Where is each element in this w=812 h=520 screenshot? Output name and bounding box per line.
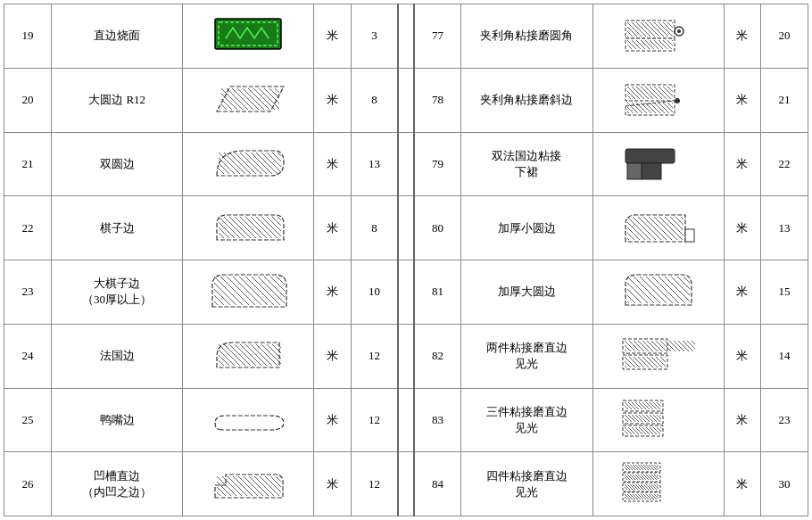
row-price-right-3: 13 bbox=[760, 196, 808, 260]
svg-line-85 bbox=[681, 40, 690, 49]
row-num-left-3: 22 bbox=[4, 196, 52, 260]
divider-5 bbox=[398, 324, 414, 388]
svg-line-679 bbox=[671, 402, 678, 409]
svg-line-526 bbox=[208, 344, 213, 366]
row-price-right-0: 20 bbox=[760, 4, 808, 69]
row-icon-left-1 bbox=[183, 68, 314, 132]
row-num-left-7: 26 bbox=[4, 452, 52, 516]
svg-line-773 bbox=[671, 427, 678, 434]
row-unit-left-4: 米 bbox=[314, 260, 351, 325]
row-icon-right-3 bbox=[592, 196, 724, 260]
svg-point-97 bbox=[677, 29, 681, 33]
svg-line-590 bbox=[678, 341, 689, 351]
svg-line-635 bbox=[687, 357, 698, 367]
svg-line-731 bbox=[689, 415, 696, 422]
row-price-left-4: 10 bbox=[351, 260, 398, 325]
row-icon-left-3 bbox=[183, 196, 314, 260]
row-unit-right-3: 米 bbox=[724, 196, 760, 260]
divider-0 bbox=[398, 4, 414, 69]
svg-line-233 bbox=[685, 103, 696, 113]
svg-line-999 bbox=[689, 484, 694, 490]
row-num-right-4: 81 bbox=[414, 260, 461, 325]
svg-line-1047 bbox=[670, 494, 675, 499]
svg-line-234 bbox=[690, 103, 699, 113]
row-icon-left-0 bbox=[183, 4, 314, 69]
svg-line-88 bbox=[694, 40, 699, 49]
row-icon-right-4 bbox=[592, 260, 724, 325]
row-price-left-0: 3 bbox=[351, 4, 398, 69]
svg-line-946 bbox=[694, 475, 699, 480]
row-name-right-4: 加厚大圆边 bbox=[461, 260, 592, 325]
svg-line-883 bbox=[673, 465, 678, 470]
svg-line-1000 bbox=[692, 484, 697, 490]
svg-line-575 bbox=[618, 341, 622, 351]
svg-line-885 bbox=[678, 465, 684, 470]
row-unit-right-5: 米 bbox=[724, 324, 760, 388]
svg-line-727 bbox=[675, 415, 682, 422]
svg-line-881 bbox=[667, 465, 673, 470]
svg-line-882 bbox=[670, 465, 675, 470]
svg-line-685 bbox=[692, 402, 699, 409]
svg-line-188 bbox=[690, 87, 699, 99]
row-icon-right-7 bbox=[592, 452, 724, 516]
row-name-left-2: 双圆边 bbox=[52, 132, 183, 196]
svg-line-992 bbox=[670, 484, 675, 490]
row-name-right-1: 夹利角粘接磨斜边 bbox=[461, 68, 592, 132]
svg-rect-947 bbox=[623, 483, 660, 491]
row-num-left-4: 23 bbox=[4, 260, 52, 325]
svg-line-216 bbox=[618, 103, 620, 113]
svg-line-1050 bbox=[678, 494, 684, 499]
svg-line-235 bbox=[694, 103, 699, 113]
svg-line-994 bbox=[675, 484, 681, 490]
row-icon-left-2 bbox=[183, 132, 314, 196]
svg-line-1044 bbox=[662, 494, 667, 499]
svg-line-1048 bbox=[673, 494, 678, 499]
svg-line-990 bbox=[665, 484, 670, 490]
svg-line-1051 bbox=[681, 494, 686, 499]
svg-line-778 bbox=[689, 427, 696, 434]
svg-line-84 bbox=[676, 40, 685, 49]
svg-line-940 bbox=[678, 475, 684, 480]
svg-line-993 bbox=[673, 484, 678, 490]
svg-line-41 bbox=[690, 22, 699, 37]
svg-line-888 bbox=[686, 465, 692, 470]
svg-line-86 bbox=[685, 40, 694, 49]
svg-line-728 bbox=[678, 415, 685, 422]
svg-line-594 bbox=[696, 341, 699, 351]
svg-line-995 bbox=[678, 484, 684, 490]
row-price-right-4: 15 bbox=[760, 260, 808, 325]
svg-line-884 bbox=[675, 465, 681, 470]
svg-line-889 bbox=[689, 465, 694, 470]
row-num-right-0: 77 bbox=[414, 4, 461, 69]
svg-line-189 bbox=[694, 87, 699, 99]
svg-line-1049 bbox=[675, 494, 681, 499]
svg-line-267 bbox=[208, 153, 219, 174]
svg-line-806 bbox=[208, 476, 215, 496]
row-icon-right-0 bbox=[592, 4, 724, 69]
svg-line-636 bbox=[692, 357, 699, 367]
svg-line-1053 bbox=[686, 494, 692, 499]
svg-line-686 bbox=[696, 402, 699, 409]
svg-line-187 bbox=[685, 87, 698, 99]
svg-rect-0 bbox=[215, 19, 281, 49]
svg-line-935 bbox=[665, 475, 670, 480]
svg-rect-298 bbox=[626, 149, 675, 163]
svg-line-663 bbox=[618, 402, 621, 409]
svg-line-934 bbox=[662, 475, 667, 480]
svg-line-589 bbox=[674, 341, 684, 351]
svg-point-243 bbox=[675, 98, 680, 103]
svg-line-266 bbox=[208, 153, 213, 174]
svg-line-805 bbox=[208, 476, 210, 496]
divider-4 bbox=[398, 260, 414, 325]
row-icon-right-2 bbox=[592, 132, 724, 196]
svg-line-186 bbox=[681, 87, 693, 99]
svg-line-730 bbox=[685, 415, 692, 422]
svg-line-772 bbox=[667, 427, 675, 434]
row-unit-right-7: 米 bbox=[724, 452, 760, 516]
svg-line-588 bbox=[669, 341, 680, 351]
svg-line-938 bbox=[673, 475, 678, 480]
svg-line-1001 bbox=[694, 484, 699, 490]
svg-line-939 bbox=[675, 475, 681, 480]
row-price-left-5: 12 bbox=[351, 324, 398, 388]
row-price-right-2: 22 bbox=[760, 132, 808, 196]
